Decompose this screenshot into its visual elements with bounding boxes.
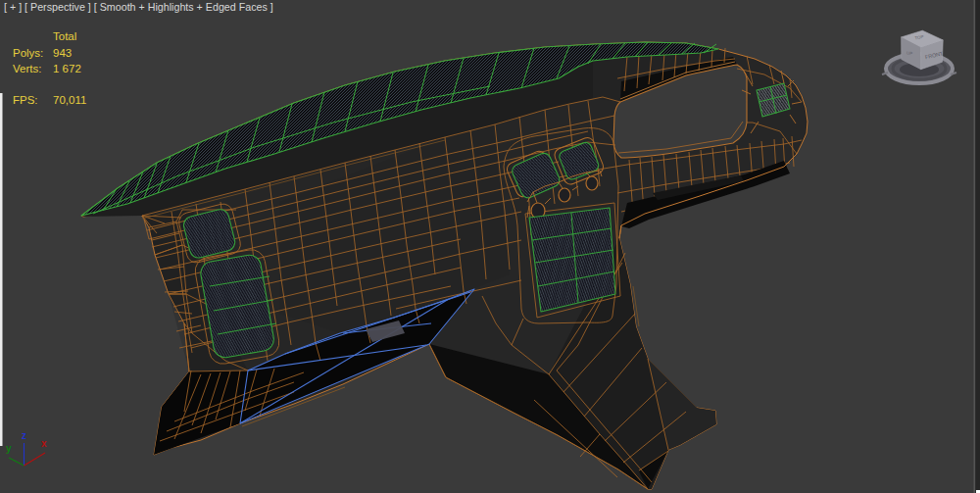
svg-text:70,011: 70,011 xyxy=(53,94,86,106)
svg-text:y: y xyxy=(6,443,12,454)
svg-text:Total: Total xyxy=(53,30,76,42)
svg-text:Verts:: Verts: xyxy=(13,63,41,74)
svg-text:x: x xyxy=(41,438,47,449)
svg-text:[ + ] [ Perspective ] [ Smooth: [ + ] [ Perspective ] [ Smooth + Highlig… xyxy=(4,1,273,13)
svg-text:943: 943 xyxy=(53,47,72,59)
svg-text:FPS:: FPS: xyxy=(13,94,38,106)
svg-text:Polys:: Polys: xyxy=(13,47,43,59)
svg-text:UP: UP xyxy=(906,50,913,56)
svg-text:1 672: 1 672 xyxy=(53,63,81,74)
svg-text:z: z xyxy=(22,430,26,441)
